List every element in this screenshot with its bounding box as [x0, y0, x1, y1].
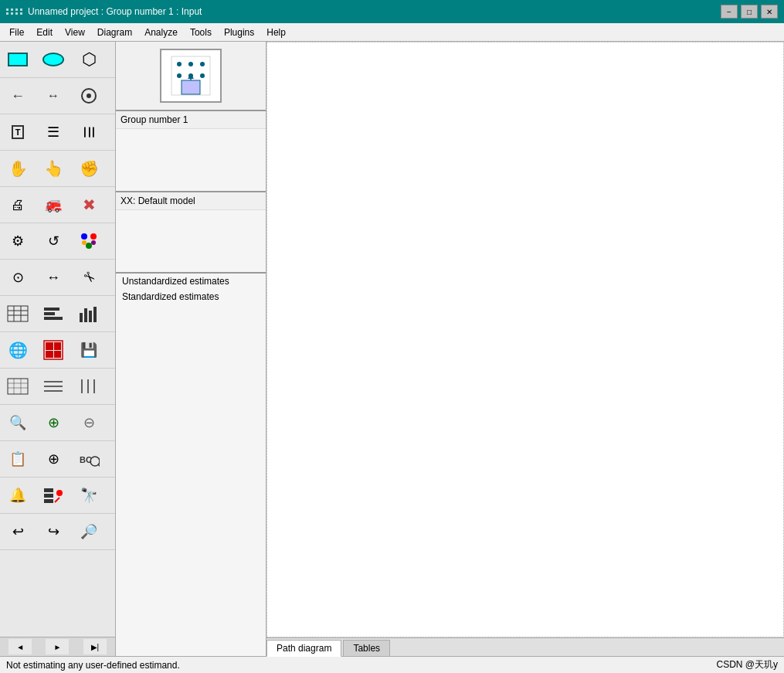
svg-rect-22	[8, 379, 28, 394]
save-icon: 💾	[80, 342, 97, 359]
hand-open-icon: ✋	[8, 159, 28, 178]
scroll-right-btn[interactable]: ►	[46, 639, 69, 654]
svg-point-47	[200, 73, 205, 78]
svg-point-45	[177, 73, 182, 78]
standardized-estimates-item[interactable]: Standardized estimates	[116, 289, 266, 304]
group-section-body	[116, 129, 266, 191]
rotate-tool[interactable]: ⚙	[0, 223, 36, 259]
bell-icon: 🔔	[9, 487, 26, 504]
save-tool[interactable]: 💾	[71, 332, 107, 368]
canvas-area: Path diagram Tables	[266, 42, 784, 656]
bell-tool[interactable]: 🔔	[0, 478, 36, 513]
pointer-icon: ✂	[79, 267, 99, 287]
hand-point-tool[interactable]: 👆	[36, 151, 71, 186]
scroll-end-btn[interactable]: ▶|	[83, 639, 107, 654]
hand-open-tool[interactable]: ✋	[0, 151, 36, 186]
model-section: XX: Default model	[116, 192, 266, 274]
svg-point-42	[177, 62, 182, 66]
resize-icon: ↔	[46, 270, 60, 286]
svg-text:BC: BC	[80, 455, 92, 464]
bc-tool[interactable]: BC	[71, 441, 107, 477]
hbars-tool[interactable]	[36, 296, 71, 331]
svg-line-35	[98, 464, 100, 467]
node-tool[interactable]	[71, 78, 107, 114]
menu-diagram[interactable]: Diagram	[91, 25, 138, 39]
table-tool[interactable]	[0, 296, 36, 331]
svg-point-39	[56, 490, 63, 496]
world-tool[interactable]: 🌐	[0, 332, 36, 368]
menu-view[interactable]: View	[59, 25, 91, 39]
panel-diagram-icon[interactable]	[160, 49, 222, 103]
zoom-out-tool[interactable]: ⊖	[71, 405, 107, 440]
ellipse-tool[interactable]	[36, 42, 71, 77]
cols-tool[interactable]: ☰	[71, 114, 107, 150]
rows-tool[interactable]: ☰	[36, 114, 71, 150]
title-bar-title: Unnamed project : Group number 1 : Input	[28, 6, 202, 17]
binoculars-tool[interactable]: 🔭	[71, 478, 107, 513]
panel-top	[116, 42, 266, 111]
svg-rect-5	[8, 306, 28, 321]
target-icon: ⊕	[48, 450, 59, 467]
unstandardized-estimates-item[interactable]: Unstandardized estimates	[116, 274, 266, 289]
search-tool[interactable]: 🔎	[71, 514, 107, 549]
redo-icon: ↪	[48, 523, 59, 540]
menu-plugins[interactable]: Plugins	[218, 25, 260, 39]
menu-tools[interactable]: Tools	[184, 25, 218, 39]
tab-path-diagram[interactable]: Path diagram	[266, 640, 341, 657]
svg-rect-38	[44, 499, 53, 503]
undo-tool[interactable]: ↩	[0, 514, 36, 549]
hgrid-tool[interactable]	[36, 369, 71, 404]
menu-help[interactable]: Help	[260, 25, 292, 39]
menu-edit[interactable]: Edit	[30, 25, 59, 39]
target-tool[interactable]: ⊕	[36, 441, 71, 477]
print-tool[interactable]: 🖨	[0, 187, 36, 223]
binoculars-icon: 🔭	[80, 487, 97, 504]
title-icon: T	[12, 125, 25, 139]
menu-analyze[interactable]: Analyze	[138, 25, 184, 39]
grid-icon	[7, 378, 29, 395]
title-tool[interactable]: T	[0, 114, 36, 150]
svg-rect-48	[182, 80, 200, 94]
close-button[interactable]: ✕	[761, 5, 778, 19]
arrow-left-tool[interactable]: ←	[0, 78, 36, 114]
hand-move-tool[interactable]: ✊	[71, 151, 107, 186]
menu-file[interactable]: File	[3, 25, 30, 39]
redo-tool[interactable]: ↪	[36, 514, 71, 549]
minimize-button[interactable]: −	[721, 5, 738, 19]
status-right: CSDN @天玑y	[716, 658, 778, 671]
grid-tool[interactable]	[0, 369, 36, 404]
multirows-tool[interactable]	[36, 478, 71, 513]
pointer-tool[interactable]: ✂	[71, 260, 107, 295]
cross-tool[interactable]: ✖	[71, 187, 107, 223]
circle-tool[interactable]: ↺	[36, 223, 71, 259]
scroll-left-btn[interactable]: ◄	[8, 639, 32, 654]
vgrid-tool[interactable]	[71, 369, 107, 404]
canvas-main[interactable]	[266, 42, 784, 637]
svg-rect-16	[93, 307, 97, 322]
maximize-button[interactable]: □	[741, 5, 758, 19]
toolbar-row-6: ⚙ ↺	[0, 223, 115, 260]
tab-tables[interactable]: Tables	[343, 640, 390, 656]
truck-tool[interactable]: 🚒	[36, 187, 71, 223]
vbars-tool[interactable]	[71, 296, 107, 331]
zoom-page-tool[interactable]: 📋	[0, 441, 36, 477]
zoom-in-icon: ⊕	[48, 414, 59, 431]
zoom-in-tool[interactable]: ⊕	[36, 405, 71, 440]
group-section: Group number 1	[116, 111, 266, 192]
svg-rect-15	[89, 311, 92, 322]
truck-icon: 🚒	[45, 196, 62, 213]
toolbar-row-13: 🔔 🔭	[0, 478, 115, 514]
rect-icon	[8, 53, 28, 66]
toolbar-row-5: 🖨 🚒 ✖	[0, 187, 115, 223]
left-toolbar: ⬡ ← ↔ T ☰ ☰	[0, 42, 116, 656]
lasso-tool[interactable]: ⊙	[0, 260, 36, 295]
resize-tool[interactable]: ↔	[36, 260, 71, 295]
dots-tool[interactable]	[71, 223, 107, 259]
network-tool[interactable]: ⬡	[71, 42, 107, 77]
rect-tool[interactable]	[0, 42, 36, 77]
zoom-fit-tool[interactable]: 🔍	[0, 405, 36, 440]
data-tool[interactable]	[36, 332, 71, 368]
arrow-both-tool[interactable]: ↔	[36, 78, 71, 114]
menu-bar: File Edit View Diagram Analyze Tools Plu…	[0, 23, 784, 42]
arrow-left-icon: ←	[11, 88, 25, 104]
